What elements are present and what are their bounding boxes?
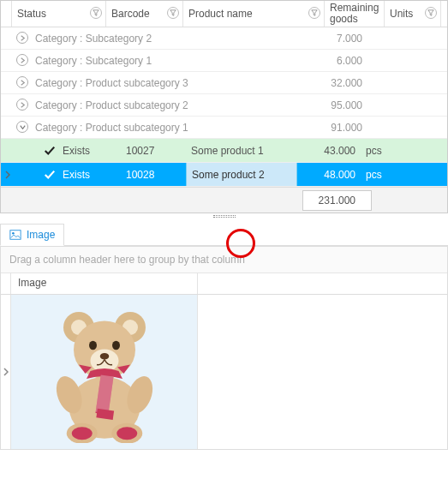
svg-point-9: [112, 340, 120, 350]
status-text: Exists: [63, 145, 90, 157]
tab-image[interactable]: Image: [0, 224, 64, 246]
image-row: [1, 295, 447, 449]
column-header-status[interactable]: Status: [12, 1, 106, 27]
row-indicator[interactable]: [1, 295, 11, 449]
group-row[interactable]: Category : Product subcategory 332.000: [1, 72, 447, 94]
column-label: Remaining goods: [330, 3, 379, 25]
group-by-hint[interactable]: Drag a column header here to group by th…: [1, 247, 447, 273]
row-selector-header: [1, 1, 12, 27]
column-label: Product name: [188, 8, 253, 20]
cell-status: Exists: [39, 145, 121, 157]
status-text: Exists: [63, 169, 90, 181]
detail-tab-strip: Image: [0, 220, 448, 246]
expand-icon[interactable]: [15, 121, 30, 134]
group-row[interactable]: Category : Subcategory 27.000: [1, 27, 447, 50]
check-icon: [44, 145, 56, 157]
image-cell[interactable]: [11, 295, 198, 449]
cell-status: Exists: [39, 169, 121, 181]
splitter[interactable]: [0, 213, 448, 220]
splitter-handle-icon: [213, 215, 236, 218]
column-header-remaining[interactable]: Remaining goods: [325, 1, 385, 27]
svg-point-1: [12, 232, 15, 235]
column-label: Image: [18, 277, 46, 289]
expand-icon[interactable]: [15, 99, 30, 111]
svg-rect-0: [10, 231, 21, 240]
cell-units: pcs: [361, 145, 395, 157]
tab-label: Image: [27, 229, 55, 241]
column-header-row: Status Barcode Product name Remaining go…: [1, 1, 447, 27]
row-selector-header: [1, 273, 11, 294]
column-label: Barcode: [111, 8, 150, 20]
products-grid: Status Barcode Product name Remaining go…: [0, 0, 448, 213]
table-row[interactable]: Exists10027Some product 143.000pcs: [1, 139, 447, 163]
cell-barcode: 10027: [121, 145, 186, 157]
svg-point-8: [89, 340, 97, 350]
cell-product-name: Some product 2: [186, 163, 297, 186]
image-column-header-row: Image: [1, 273, 447, 295]
column-header-product-name[interactable]: Product name: [183, 1, 325, 27]
cell-barcode: 10028: [121, 169, 186, 181]
group-row[interactable]: Category : Subcategory 16.000: [1, 50, 447, 72]
group-total: 6.000: [309, 55, 369, 67]
image-icon: [9, 229, 21, 241]
expand-icon[interactable]: [15, 32, 30, 45]
check-icon: [44, 169, 56, 181]
cell-units: pcs: [361, 169, 395, 181]
group-total: 7.000: [309, 33, 369, 45]
group-total: 95.000: [309, 99, 369, 111]
column-header-image[interactable]: Image: [11, 273, 198, 294]
filter-icon[interactable]: [167, 7, 179, 19]
teddy-bear-image: [40, 302, 169, 443]
column-label: Status: [17, 8, 46, 20]
column-header-units[interactable]: Units: [385, 1, 441, 27]
column-label: Units: [390, 8, 413, 20]
group-label: Category : Subcategory 2: [30, 33, 309, 45]
cell-remaining: 48.000: [297, 169, 361, 181]
svg-point-16: [71, 427, 92, 440]
cell-remaining: 43.000: [297, 145, 361, 157]
expand-icon[interactable]: [15, 76, 30, 89]
svg-point-10: [99, 353, 109, 360]
group-label: Category : Product subcategory 2: [30, 99, 309, 111]
table-row[interactable]: Exists10028Some product 248.000pcs: [1, 163, 447, 187]
svg-point-17: [116, 427, 137, 440]
expand-icon[interactable]: [15, 54, 30, 67]
group-row[interactable]: Category : Product subcategory 191.000: [1, 117, 447, 139]
summary-total: 231.000: [302, 190, 372, 211]
column-header-barcode[interactable]: Barcode: [106, 1, 183, 27]
group-label: Category : Product subcategory 1: [30, 122, 309, 134]
filter-icon[interactable]: [425, 7, 437, 19]
filter-icon[interactable]: [90, 7, 102, 19]
group-total: 91.000: [309, 122, 369, 134]
group-total: 32.000: [309, 77, 369, 89]
cell-product-name: Some product 1: [186, 145, 297, 157]
group-label: Category : Subcategory 1: [30, 55, 309, 67]
filter-icon[interactable]: [308, 7, 320, 19]
group-row[interactable]: Category : Product subcategory 295.000: [1, 94, 447, 117]
summary-row: 231.000: [1, 187, 447, 213]
group-label: Category : Product subcategory 3: [30, 77, 309, 89]
image-grid: Drag a column header here to group by th…: [0, 246, 448, 450]
row-indicator-icon: [3, 171, 13, 179]
